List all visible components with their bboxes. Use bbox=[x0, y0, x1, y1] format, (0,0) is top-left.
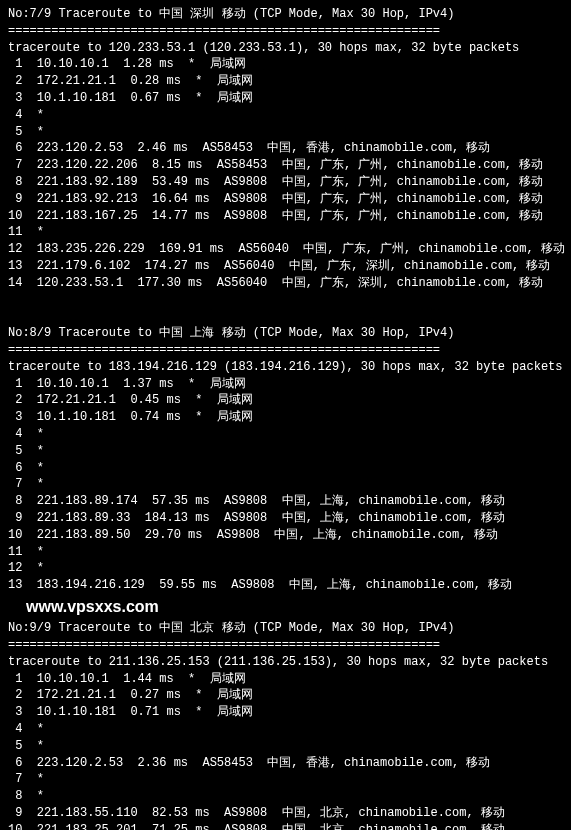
hop-line: 1 10.10.10.1 1.28 ms * 局域网 bbox=[8, 56, 563, 73]
hop-line: 4 * bbox=[8, 426, 563, 443]
hop-line: 13 221.179.6.102 174.27 ms AS56040 中国, 广… bbox=[8, 258, 563, 275]
hop-line: 10 221.183.167.25 14.77 ms AS9808 中国, 广东… bbox=[8, 208, 563, 225]
hop-line: 5 * bbox=[8, 124, 563, 141]
watermark: www.vpsxxs.com bbox=[8, 594, 563, 620]
hop-line: 8 221.183.92.189 53.49 ms AS9808 中国, 广东,… bbox=[8, 174, 563, 191]
blank-line bbox=[8, 308, 563, 325]
hop-line: 4 * bbox=[8, 107, 563, 124]
traceroute-intro: traceroute to 120.233.53.1 (120.233.53.1… bbox=[8, 40, 563, 57]
hop-line: 7 * bbox=[8, 771, 563, 788]
hop-line: 5 * bbox=[8, 443, 563, 460]
divider-line: ========================================… bbox=[8, 23, 563, 40]
hop-line: 7 * bbox=[8, 476, 563, 493]
traceroute-header: No:9/9 Traceroute to 中国 北京 移动 (TCP Mode,… bbox=[8, 620, 563, 637]
hop-line: 6 * bbox=[8, 460, 563, 477]
hop-line: 9 221.183.89.33 184.13 ms AS9808 中国, 上海,… bbox=[8, 510, 563, 527]
hop-line: 3 10.1.10.181 0.67 ms * 局域网 bbox=[8, 90, 563, 107]
divider-line: ========================================… bbox=[8, 637, 563, 654]
hop-line: 1 10.10.10.1 1.44 ms * 局域网 bbox=[8, 671, 563, 688]
hop-line: 2 172.21.21.1 0.27 ms * 局域网 bbox=[8, 687, 563, 704]
divider-line: ========================================… bbox=[8, 342, 563, 359]
hop-line: 6 223.120.2.53 2.46 ms AS58453 中国, 香港, c… bbox=[8, 140, 563, 157]
hop-line: 2 172.21.21.1 0.45 ms * 局域网 bbox=[8, 392, 563, 409]
hop-line: 5 * bbox=[8, 738, 563, 755]
hop-line: 7 223.120.22.206 8.15 ms AS58453 中国, 广东,… bbox=[8, 157, 563, 174]
hop-line: 3 10.1.10.181 0.71 ms * 局域网 bbox=[8, 704, 563, 721]
hop-line: 6 223.120.2.53 2.36 ms AS58453 中国, 香港, c… bbox=[8, 755, 563, 772]
hop-line: 4 * bbox=[8, 721, 563, 738]
hop-line: 8 * bbox=[8, 788, 563, 805]
traceroute-header: No:7/9 Traceroute to 中国 深圳 移动 (TCP Mode,… bbox=[8, 6, 563, 23]
hop-line: 1 10.10.10.1 1.37 ms * 局域网 bbox=[8, 376, 563, 393]
traceroute-intro: traceroute to 211.136.25.153 (211.136.25… bbox=[8, 654, 563, 671]
hop-line: 9 221.183.92.213 16.64 ms AS9808 中国, 广东,… bbox=[8, 191, 563, 208]
hop-line: 11 * bbox=[8, 224, 563, 241]
hop-line: 11 * bbox=[8, 544, 563, 561]
hop-line: 2 172.21.21.1 0.28 ms * 局域网 bbox=[8, 73, 563, 90]
blank-line bbox=[8, 292, 563, 309]
hop-line: 13 183.194.216.129 59.55 ms AS9808 中国, 上… bbox=[8, 577, 563, 594]
hop-line: 10 221.183.89.50 29.70 ms AS9808 中国, 上海,… bbox=[8, 527, 563, 544]
terminal-output: No:7/9 Traceroute to 中国 深圳 移动 (TCP Mode,… bbox=[8, 6, 563, 830]
hop-line: 10 221.183.25.201 71.25 ms AS9808 中国, 北京… bbox=[8, 822, 563, 830]
traceroute-intro: traceroute to 183.194.216.129 (183.194.2… bbox=[8, 359, 563, 376]
hop-line: 8 221.183.89.174 57.35 ms AS9808 中国, 上海,… bbox=[8, 493, 563, 510]
hop-line: 14 120.233.53.1 177.30 ms AS56040 中国, 广东… bbox=[8, 275, 563, 292]
hop-line: 12 * bbox=[8, 560, 563, 577]
hop-line: 3 10.1.10.181 0.74 ms * 局域网 bbox=[8, 409, 563, 426]
hop-line: 9 221.183.55.110 82.53 ms AS9808 中国, 北京,… bbox=[8, 805, 563, 822]
hop-line: 12 183.235.226.229 169.91 ms AS56040 中国,… bbox=[8, 241, 563, 258]
traceroute-header: No:8/9 Traceroute to 中国 上海 移动 (TCP Mode,… bbox=[8, 325, 563, 342]
